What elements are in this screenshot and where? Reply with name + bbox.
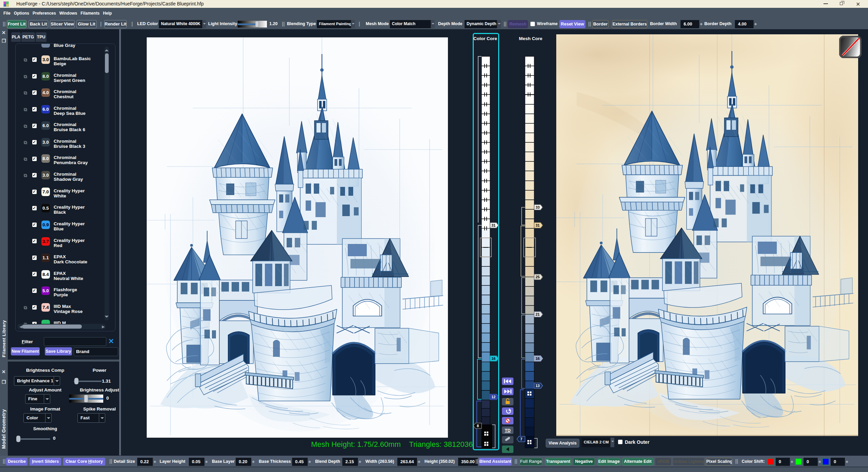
svg-text:8: 8 xyxy=(477,424,479,428)
svg-text:31: 31 xyxy=(536,223,540,227)
svg-text:21: 21 xyxy=(536,312,540,316)
svg-text:12: 12 xyxy=(491,395,495,399)
svg-text:33: 33 xyxy=(536,205,540,209)
svg-text:16: 16 xyxy=(491,356,495,361)
svg-text:7: 7 xyxy=(520,437,522,441)
svg-text:31: 31 xyxy=(491,223,495,227)
svg-text:16: 16 xyxy=(536,356,540,361)
svg-text:25: 25 xyxy=(536,275,540,279)
svg-text:13: 13 xyxy=(536,384,540,388)
svg-text:TD: TD xyxy=(505,428,510,433)
